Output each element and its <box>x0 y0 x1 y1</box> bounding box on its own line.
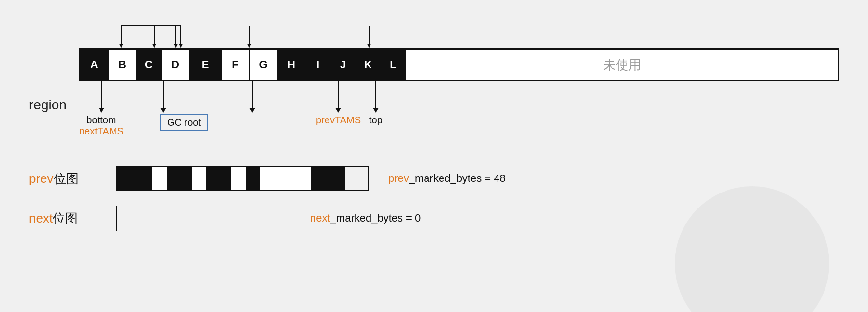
arrows-above <box>79 22 839 48</box>
segment-B: B <box>109 50 137 80</box>
segment-J: J <box>331 50 356 80</box>
gc-root-box: GC root <box>160 114 208 131</box>
prev-orange: prev <box>29 171 54 186</box>
prev-bitmap-bar <box>116 166 369 191</box>
segment-E: E <box>190 50 222 80</box>
bm-seg-7 <box>246 167 260 190</box>
next-bitmap-label: next位图 <box>29 210 106 227</box>
next-stat-orange: next <box>310 212 330 224</box>
next-orange: next <box>29 211 53 225</box>
region-row: region <box>29 48 839 161</box>
arrows-below: bottom nextTAMS GC root <box>79 81 839 161</box>
prevTAMS-arrow-group: prevTAMS <box>316 81 361 126</box>
region-bar: A B C D E F G H I J K L 未使用 <box>79 48 839 81</box>
bm-seg-3 <box>167 167 192 190</box>
segment-K: K <box>356 50 381 80</box>
segment-G: G <box>250 50 278 80</box>
svg-marker-1 <box>119 44 123 48</box>
prev-stat-orange: prev <box>388 172 409 184</box>
segment-I: I <box>306 50 331 80</box>
bottom-arrow-group: bottom nextTAMS <box>79 81 124 137</box>
main-container: region <box>0 0 868 245</box>
nextTAMS-label: nextTAMS <box>79 126 124 137</box>
bm-seg-8 <box>260 167 285 190</box>
prevTAMS-label: prevTAMS <box>316 115 361 126</box>
segment-C: C <box>137 50 162 80</box>
prev-bitmap-row: prev位图 prev_marked_bytes = 48 <box>29 166 839 191</box>
bm-seg-10 <box>311 167 345 190</box>
next-black: 位图 <box>53 211 78 225</box>
top-arrow-group: top <box>369 81 383 126</box>
region-label: region <box>29 97 68 113</box>
svg-marker-9 <box>179 44 183 48</box>
segment-F: F <box>222 50 250 80</box>
bm-seg-1 <box>117 167 152 190</box>
bm-seg-9 <box>285 167 311 190</box>
segment-A: A <box>81 50 109 80</box>
svg-marker-4 <box>152 44 156 48</box>
segment-L: L <box>381 50 406 80</box>
segment-unused: 未使用 <box>406 50 838 80</box>
segment-H: H <box>278 50 306 80</box>
segment-D: D <box>162 50 190 80</box>
c-arrow-group <box>160 81 166 113</box>
svg-marker-6 <box>174 44 178 48</box>
next-bar <box>116 206 117 231</box>
bottom-label: bottom <box>79 115 124 126</box>
prev-black: 位图 <box>54 171 79 186</box>
region-bar-wrapper: A B C D E F G H I J K L 未使用 <box>79 48 839 161</box>
bm-seg-5 <box>206 167 231 190</box>
next-bitmap-stat: next_marked_bytes = 0 <box>310 212 421 224</box>
svg-marker-13 <box>367 44 371 48</box>
top-arrows-svg <box>79 22 839 48</box>
next-stat-black: _marked_bytes = 0 <box>330 212 421 224</box>
bm-seg-2 <box>152 167 167 190</box>
prev-stat-black: _marked_bytes = 48 <box>409 172 506 184</box>
prev-bitmap-label: prev位图 <box>29 170 106 187</box>
f-arrow-group <box>249 81 255 113</box>
prev-bitmap-stat: prev_marked_bytes = 48 <box>388 172 506 185</box>
bm-seg-4 <box>192 167 206 190</box>
bm-seg-6 <box>231 167 246 190</box>
next-bitmap-row: next位图 next_marked_bytes = 0 <box>29 206 839 231</box>
svg-marker-11 <box>247 44 251 48</box>
top-label: top <box>369 115 383 126</box>
